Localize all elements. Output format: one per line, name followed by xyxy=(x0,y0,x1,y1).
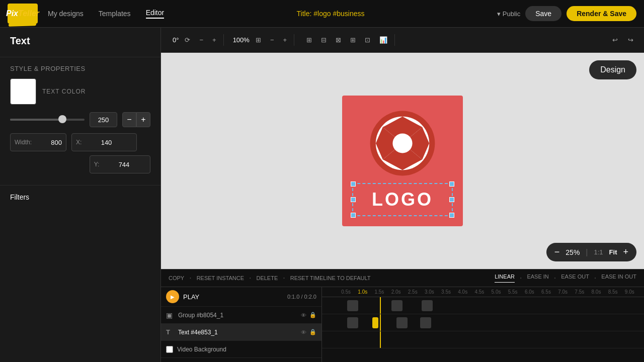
x-input[interactable] xyxy=(84,136,112,149)
width-input[interactable] xyxy=(34,136,62,149)
timeline-layer-group[interactable]: ▣ Group #b8054_1 👁 🔒 xyxy=(161,307,321,324)
rotation-decrease[interactable]: − xyxy=(196,34,206,46)
ease-in-out[interactable]: EASE IN OUT xyxy=(601,274,636,283)
group-block-2[interactable] xyxy=(391,300,403,311)
text-block-2[interactable] xyxy=(396,317,408,328)
video-track[interactable] xyxy=(322,331,644,348)
ease-out[interactable]: EASE OUT xyxy=(561,274,589,283)
zoom-toolbar-decrease[interactable]: − xyxy=(267,34,277,46)
align-right-icon[interactable]: ⊠ xyxy=(333,34,344,46)
group-block-3[interactable] xyxy=(422,300,433,311)
ruler-mark-55: 5.5s xyxy=(508,289,525,295)
render-save-button[interactable]: Render & Save xyxy=(567,6,636,21)
x-label: X: xyxy=(76,139,82,146)
distribute-h-icon[interactable]: ⊞ xyxy=(347,34,359,46)
design-button[interactable]: Design xyxy=(589,60,636,79)
ease-in[interactable]: EASE IN xyxy=(527,274,548,283)
layer-text-controls: 👁 🔒 xyxy=(301,329,316,335)
zoom-fit[interactable]: Fit xyxy=(609,248,617,256)
layer-text-eye-icon[interactable]: 👁 xyxy=(301,329,306,335)
align-center-icon[interactable]: ⊟ xyxy=(318,34,330,46)
text-block-3[interactable] xyxy=(420,317,431,328)
ruler-mark-60: 6.0s xyxy=(525,289,541,295)
zoom-out-button[interactable]: − xyxy=(554,247,560,257)
text-track[interactable] xyxy=(322,314,644,331)
play-label: PLAY xyxy=(183,293,199,301)
handle-middle-right[interactable] xyxy=(449,197,454,202)
rotation-increase[interactable]: + xyxy=(209,34,219,46)
video-bg-checkbox[interactable] xyxy=(166,346,173,353)
zoom-in-button[interactable]: + xyxy=(623,247,628,257)
y-input[interactable] xyxy=(102,158,129,171)
title-prefix: Title: xyxy=(297,10,312,18)
handle-middle-left[interactable] xyxy=(351,197,356,202)
panel-text-section: Text xyxy=(0,28,160,57)
timeline-left: ▶ PLAY 0:1.0 / 0:2.0 ▣ Group #b8054_1 👁 xyxy=(161,287,322,362)
text-block-yellow[interactable] xyxy=(372,317,378,328)
align-left-icon[interactable]: ⊞ xyxy=(303,34,315,46)
layer-video-name: Video Background xyxy=(177,346,316,353)
logo-text-selection[interactable]: LOGO xyxy=(352,183,453,216)
nav-editor[interactable]: Editor xyxy=(146,9,165,19)
canvas-card[interactable]: LOGO xyxy=(342,96,463,226)
reset-timeline-action[interactable]: RESET TIMELINE TO DEFAULT xyxy=(290,275,371,281)
slider-track xyxy=(10,119,62,121)
group-track[interactable] xyxy=(322,297,644,314)
play-time: 0:1.0 / 0:2.0 xyxy=(287,294,316,300)
save-button[interactable]: Save xyxy=(525,6,561,21)
public-button[interactable]: ▾ Public xyxy=(497,10,520,18)
nav-links: My designs Templates Editor xyxy=(48,9,164,19)
zoom-toolbar-group: 100% ⊞ − + xyxy=(229,34,294,46)
text-block-1[interactable] xyxy=(347,317,358,328)
nav-templates[interactable]: Templates xyxy=(99,10,131,18)
copy-action[interactable]: COPY xyxy=(169,275,184,281)
zoom-toolbar-increase[interactable]: + xyxy=(280,34,290,46)
zoom-toolbar-value: 100% xyxy=(233,36,250,44)
canvas-wrapper: 0° ⟳ − + 100% ⊞ − + ⊞ ⊟ ⊠ ⊞ ⊡ 📊 ↩ ↪ xyxy=(161,28,644,362)
font-size-slider[interactable] xyxy=(10,119,85,121)
zoom-grid-icon[interactable]: ⊞ xyxy=(253,34,264,46)
timeline-layer-text[interactable]: T Text #4e853_1 👁 🔒 xyxy=(161,324,321,341)
group-block-1[interactable] xyxy=(347,300,358,311)
handle-bottom-left xyxy=(351,213,356,218)
font-size-increase[interactable]: + xyxy=(136,112,150,127)
timeline-layer-video[interactable]: Video Background xyxy=(161,341,321,358)
text-color-swatch[interactable] xyxy=(10,78,36,105)
width-group: Width: xyxy=(10,133,66,151)
camera-icon xyxy=(367,108,438,178)
timeline-tracks xyxy=(322,297,644,348)
ruler-mark-90: 9.0s xyxy=(625,289,641,295)
ease-linear[interactable]: LINEAR xyxy=(495,274,515,283)
font-size-input[interactable]: 250 xyxy=(90,112,117,127)
dimensions-row: Width: X: xyxy=(10,133,150,151)
font-size-decrease[interactable]: − xyxy=(122,112,136,127)
style-properties-label: Style & Properties xyxy=(10,65,150,72)
delete-action[interactable]: DELETE xyxy=(256,275,278,281)
x-coord-group: X: xyxy=(71,133,137,151)
distribute-v-icon[interactable]: ⊡ xyxy=(362,34,373,46)
nav-my-designs[interactable]: My designs xyxy=(48,10,84,18)
rotation-value: 0° xyxy=(173,36,179,44)
reset-instance-action[interactable]: RESET INSTANCE xyxy=(197,275,244,281)
slider-thumb[interactable] xyxy=(58,115,66,123)
layer-eye-icon[interactable]: 👁 xyxy=(301,312,306,318)
layer-text-lock-icon[interactable]: 🔒 xyxy=(309,329,316,335)
title-tags: #logo #business xyxy=(313,10,364,18)
title-area: Title: #logo #business xyxy=(174,10,487,18)
ruler-mark-30: 3.0s xyxy=(425,289,441,295)
y-label: Y: xyxy=(94,161,100,168)
redo-icon[interactable]: ↪ xyxy=(625,34,636,46)
top-navigation: Pix Teller My designs Templates Editor T… xyxy=(0,0,644,28)
play-button[interactable]: ▶ xyxy=(166,290,179,303)
chart-icon[interactable]: 📊 xyxy=(376,34,390,46)
align-group: ⊞ ⊟ ⊠ ⊞ ⊡ 📊 xyxy=(299,34,395,46)
ease-options: LINEAR · EASE IN · EASE OUT · EASE IN OU… xyxy=(495,274,636,283)
layer-lock-icon[interactable]: 🔒 xyxy=(309,312,316,318)
logo[interactable]: Pix Teller xyxy=(8,4,38,24)
undo-icon[interactable]: ↩ xyxy=(609,34,621,46)
text-color-row: TEXT COLOR xyxy=(10,78,150,105)
rotate-icon[interactable]: ⟳ xyxy=(182,34,193,46)
text-type-icon: T xyxy=(166,328,174,336)
ruler-mark-20: 2.0s xyxy=(391,289,408,295)
zoom-controls: − 25% | 1:1 Fit + xyxy=(546,243,636,261)
